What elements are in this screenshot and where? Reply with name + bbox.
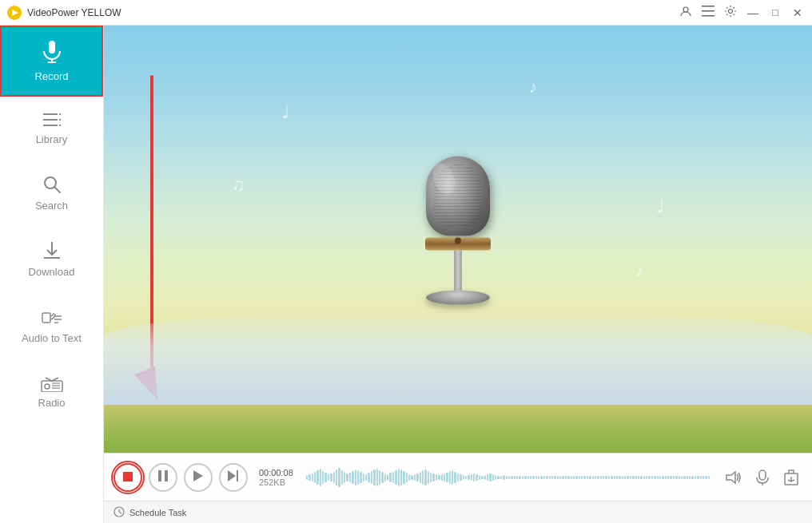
- sidebar-item-radio-label: Radio: [38, 397, 66, 409]
- svg-rect-37: [759, 470, 766, 480]
- waveform-bar: [587, 476, 588, 479]
- app-title: VideoPower YELLOW: [27, 7, 678, 18]
- close-button[interactable]: ✕: [790, 6, 806, 19]
- sidebar-item-audio-to-text-label: Audio to Text: [22, 332, 82, 344]
- minimize-button[interactable]: —: [745, 6, 761, 19]
- status-bar: Schedule Task: [104, 501, 812, 523]
- waveform-bar: [654, 476, 655, 479]
- settings-icon[interactable]: [722, 5, 738, 20]
- maximize-button[interactable]: □: [767, 6, 783, 18]
- window-controls: — □ ✕: [678, 5, 806, 20]
- export-button[interactable]: [780, 466, 802, 489]
- waveform-bar: [376, 469, 378, 486]
- waveform-bar: [428, 471, 429, 484]
- waveform-bar: [659, 476, 661, 479]
- record-icon: [41, 40, 63, 65]
- waveform-bar: [565, 476, 567, 479]
- waveform-bar: [597, 476, 599, 479]
- volume-button[interactable]: [722, 466, 745, 489]
- waveform-bar: [489, 473, 491, 481]
- waveform-bar: [543, 476, 545, 479]
- waveform-bar: [463, 475, 464, 480]
- waveform-bar: [468, 475, 469, 480]
- schedule-task-label[interactable]: Schedule Task: [129, 508, 186, 517]
- sidebar-item-record[interactable]: Record: [0, 26, 103, 97]
- waveform-bar: [622, 476, 623, 479]
- waveform-bar: [503, 475, 504, 480]
- mic-button[interactable]: [751, 466, 774, 489]
- waveform-bar: [546, 476, 547, 479]
- waveform-bar: [638, 476, 639, 479]
- microphone: [410, 156, 506, 299]
- waveform-bar: [341, 470, 343, 485]
- waveform-bar: [314, 472, 316, 483]
- skip-button[interactable]: [219, 463, 248, 492]
- waveform-bar: [365, 474, 367, 481]
- waveform-bar: [438, 475, 440, 480]
- waveform-bar: [471, 474, 472, 481]
- sidebar-item-audio-to-text[interactable]: Audio to Text: [0, 292, 103, 359]
- waveform-bar: [444, 473, 445, 481]
- waveform-bar: [583, 476, 585, 479]
- waveform-bar: [665, 476, 667, 479]
- sidebar-item-download[interactable]: Download: [0, 226, 103, 292]
- waveform-bar: [640, 476, 642, 479]
- menu-icon[interactable]: [700, 6, 716, 19]
- waveform-bar: [497, 476, 499, 479]
- waveform-bar: [352, 471, 353, 484]
- waveform-bar: [559, 476, 561, 479]
- library-icon: [42, 111, 62, 129]
- waveform-bar: [506, 476, 508, 479]
- waveform-bar: [436, 474, 437, 481]
- waveform-bar: [673, 476, 675, 479]
- svg-marker-36: [726, 472, 735, 483]
- svg-rect-20: [42, 313, 50, 323]
- svg-rect-5: [702, 15, 714, 17]
- waveform-bar: [373, 470, 375, 485]
- waveform-bar: [495, 475, 496, 480]
- svg-rect-4: [702, 10, 714, 12]
- waveform-bar: [395, 470, 396, 485]
- sidebar-item-record-label: Record: [35, 70, 69, 82]
- right-controls: [722, 466, 802, 489]
- waveform-bar: [452, 470, 453, 485]
- play-button[interactable]: [184, 463, 213, 492]
- mic-base: [426, 290, 490, 304]
- waveform-bar: [581, 476, 583, 479]
- waveform-bar: [446, 473, 448, 482]
- svg-point-6: [729, 10, 733, 14]
- waveform-bar: [662, 476, 663, 479]
- waveform-bar: [562, 476, 563, 479]
- waveform-bar: [400, 470, 402, 485]
- waveform-bar: [432, 473, 434, 481]
- waveform-bar: [681, 476, 683, 479]
- waveform-bar: [333, 472, 335, 483]
- sidebar-item-radio[interactable]: Radio: [0, 359, 103, 423]
- audio-to-text-icon: [41, 307, 63, 327]
- waveform-bar: [540, 476, 542, 479]
- waveform-bar: [624, 476, 626, 479]
- sidebar-item-library[interactable]: Library: [0, 97, 103, 160]
- waveform-bar: [511, 476, 512, 479]
- waveform-bar: [530, 476, 531, 479]
- waveform-bar: [619, 476, 620, 479]
- waveform-bar: [476, 474, 477, 481]
- sidebar-item-search[interactable]: Search: [0, 160, 103, 226]
- mic-head: [426, 156, 490, 236]
- waveform-bar: [424, 470, 426, 485]
- record-stop-button[interactable]: [113, 463, 142, 492]
- waveform-bar: [627, 476, 628, 479]
- waveform-bar: [430, 473, 432, 482]
- waveform-bar: [508, 476, 510, 479]
- waveform-bar: [406, 473, 408, 482]
- waveform-bar: [411, 475, 412, 480]
- user-icon[interactable]: [678, 5, 694, 20]
- waveform-bar: [324, 473, 326, 482]
- waveform-bar: [363, 473, 364, 481]
- waveform-bar: [479, 475, 480, 480]
- download-icon: [42, 240, 62, 261]
- music-note-1: ♩: [281, 102, 289, 123]
- waveform-bar: [643, 476, 645, 479]
- time-info: 00:00:08 252KB: [259, 468, 293, 487]
- pause-button[interactable]: [149, 463, 177, 492]
